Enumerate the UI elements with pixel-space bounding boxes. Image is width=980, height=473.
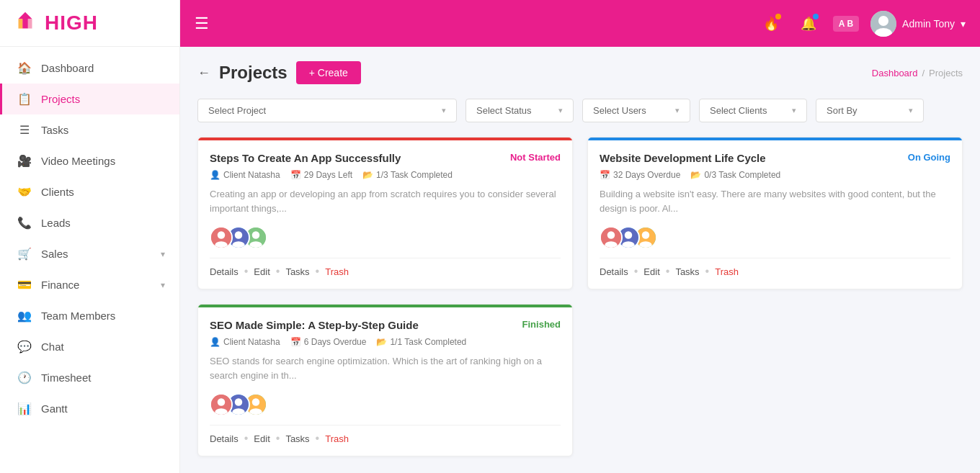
trash-link-1[interactable]: Trash <box>325 266 349 277</box>
sidebar-item-clients[interactable]: 🤝 Clients <box>0 176 179 207</box>
layers-icon-2: 📂 <box>690 170 701 180</box>
separator: • <box>666 266 670 277</box>
card-header-1: Steps To Create An App Successfully Not … <box>210 152 561 164</box>
sidebar-item-video-meetings[interactable]: 🎥 Video Meetings <box>0 145 179 176</box>
sidebar-item-gantt[interactable]: 📊 Gantt <box>0 393 179 424</box>
card-meta-1: 👤 Client Natasha 📅 29 Days Left 📂 1/3 Ta… <box>210 170 561 180</box>
card-actions-2: Details • Edit • Tasks • Trash <box>600 258 950 277</box>
svg-point-16 <box>607 231 615 239</box>
person-icon-3: 👤 <box>210 337 220 347</box>
sidebar-label-dashboard: Dashboard <box>41 62 94 74</box>
status-filter-label: Select Status <box>476 105 532 116</box>
sidebar-label-leads: Leads <box>41 217 71 229</box>
card-header-2: Website Development Life Cycle On Going <box>600 152 950 164</box>
status-filter[interactable]: Select Status ▾ <box>466 99 574 122</box>
logo: HIGH <box>0 0 179 47</box>
separator: • <box>244 266 249 277</box>
sidebar-item-projects[interactable]: 📋 Projects <box>0 84 179 114</box>
dashboard-icon: 🏠 <box>17 61 32 75</box>
meta-days-2: 📅 32 Days Overdue <box>600 170 680 180</box>
trash-link-2[interactable]: Trash <box>715 266 739 277</box>
meta-days-1: 📅 29 Days Left <box>290 170 352 180</box>
edit-link-1[interactable]: Edit <box>254 266 270 277</box>
meta-tasks-3: 📂 1/1 Task Completed <box>376 337 466 347</box>
user-menu[interactable]: Admin Tony ▾ <box>870 11 966 37</box>
topbar-right: 🔥 🔔 A B Admin Tony ▾ <box>758 11 966 37</box>
separator: • <box>316 433 320 444</box>
avatar-3-1 <box>210 393 233 416</box>
sidebar-item-timesheet[interactable]: 🕐 Timesheet <box>0 362 179 393</box>
edit-link-3[interactable]: Edit <box>254 433 270 444</box>
page-header: ← Projects + Create Dashboard / Projects <box>197 61 963 84</box>
trash-link-3[interactable]: Trash <box>325 433 349 444</box>
user-dropdown-icon: ▾ <box>961 18 966 30</box>
edit-link-2[interactable]: Edit <box>643 266 659 277</box>
notification-badge <box>813 14 819 19</box>
tasks-link-3[interactable]: Tasks <box>285 433 309 444</box>
layers-icon-1: 📂 <box>362 170 373 180</box>
meta-tasks-1: 📂 1/3 Task Completed <box>362 170 453 180</box>
content-area: ← Projects + Create Dashboard / Projects… <box>180 47 980 473</box>
days-label-3: 6 Days Overdue <box>304 337 367 347</box>
timesheet-icon: 🕐 <box>17 371 32 384</box>
sidebar-item-chat[interactable]: 💬 Chat <box>0 331 179 362</box>
sales-icon: 🛒 <box>17 247 32 261</box>
separator: • <box>276 266 280 277</box>
card-description-2: Building a website isn't easy. There are… <box>600 187 950 216</box>
create-button[interactable]: + Create <box>296 61 361 84</box>
sidebar-label-video: Video Meetings <box>41 155 115 167</box>
language-selector[interactable]: A B <box>833 16 859 32</box>
sidebar-label-sales: Sales <box>41 248 68 260</box>
users-filter-arrow: ▾ <box>675 106 680 115</box>
sidebar-item-dashboard[interactable]: 🏠 Dashboard <box>0 53 179 84</box>
sidebar-item-sales[interactable]: 🛒 Sales ▾ <box>0 238 179 269</box>
days-label-2: 32 Days Overdue <box>613 170 680 180</box>
sortby-filter-arrow: ▾ <box>909 106 913 115</box>
details-link-3[interactable]: Details <box>210 433 239 444</box>
topbar: ☰ 🔥 🔔 A B <box>180 0 980 47</box>
tasks-link-2[interactable]: Tasks <box>675 266 699 277</box>
clients-filter[interactable]: Select Clients ▾ <box>699 99 807 122</box>
notification-button[interactable]: 🔔 <box>796 11 821 37</box>
fire-alert-button[interactable]: 🔥 <box>758 11 784 37</box>
sidebar-item-finance[interactable]: 💳 Finance ▾ <box>0 269 179 300</box>
filters-row: Select Project ▾ Select Status ▾ Select … <box>197 99 963 122</box>
svg-point-11 <box>232 241 245 249</box>
meta-days-3: 📅 6 Days Overdue <box>290 337 367 347</box>
tasks-link-1[interactable]: Tasks <box>285 266 309 277</box>
user-name: Admin Tony <box>902 18 955 30</box>
details-link-1[interactable]: Details <box>210 266 239 277</box>
project-card-2: Website Development Life Cycle On Going … <box>587 137 963 289</box>
breadcrumb-home[interactable]: Dashboard <box>872 68 918 78</box>
sidebar-label-timesheet: Timesheet <box>41 371 91 384</box>
users-filter[interactable]: Select Users ▾ <box>582 99 690 122</box>
sidebar-label-projects: Projects <box>41 93 80 105</box>
svg-point-10 <box>235 231 243 239</box>
card-avatars-1 <box>210 226 561 249</box>
svg-point-8 <box>215 241 228 249</box>
breadcrumb-separator: / <box>922 68 925 78</box>
svg-point-29 <box>232 408 245 416</box>
sortby-filter[interactable]: Sort By ▾ <box>816 99 924 122</box>
main-area: ☰ 🔥 🔔 A B <box>180 0 980 473</box>
meta-tasks-2: 📂 0/3 Task Completed <box>690 170 780 180</box>
sidebar-label-clients: Clients <box>41 186 74 198</box>
svg-marker-2 <box>28 19 32 28</box>
sidebar: HIGH 🏠 Dashboard 📋 Projects ☰ Tasks 🎥 Vi… <box>0 0 180 473</box>
fire-badge <box>775 14 781 19</box>
svg-point-25 <box>218 398 226 406</box>
tasks-label-2: 0/3 Task Completed <box>704 170 780 180</box>
tasks-icon: ☰ <box>17 123 32 137</box>
project-filter[interactable]: Select Project ▾ <box>197 99 457 122</box>
sidebar-label-gantt: Gantt <box>41 402 68 415</box>
status-badge-1: Not Started <box>510 152 561 163</box>
sidebar-item-team-members[interactable]: 👥 Team Members <box>0 300 179 331</box>
card-description-1: Creating an app or developing an app fro… <box>210 187 561 216</box>
hamburger-button[interactable]: ☰ <box>195 14 209 33</box>
sidebar-item-tasks[interactable]: ☰ Tasks <box>0 114 179 145</box>
svg-point-26 <box>215 408 228 416</box>
svg-point-7 <box>218 231 226 239</box>
sidebar-item-leads[interactable]: 📞 Leads <box>0 207 179 238</box>
back-button[interactable]: ← <box>197 66 210 81</box>
details-link-2[interactable]: Details <box>600 266 628 277</box>
